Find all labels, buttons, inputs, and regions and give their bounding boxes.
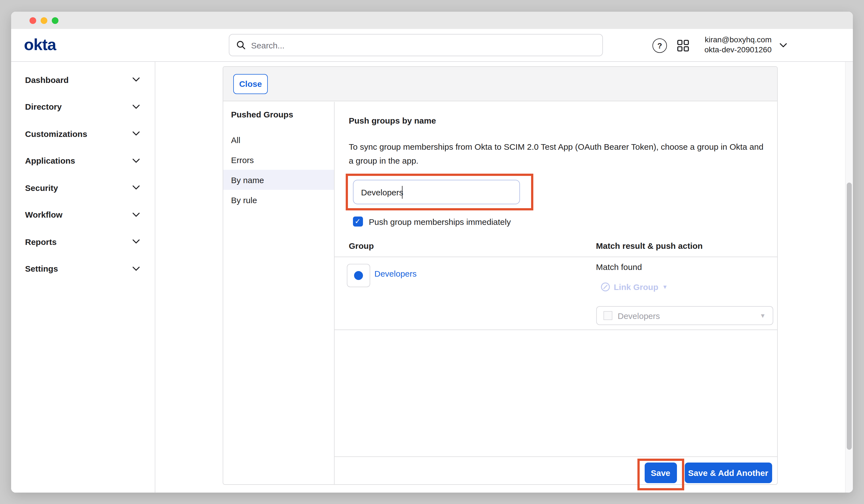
push-by-name-form: Push groups by name To sync group member…: [334, 102, 777, 484]
tab-all[interactable]: All: [223, 130, 334, 150]
push-immediately-row: Push group memberships immediately: [353, 217, 511, 227]
save-button[interactable]: Save: [644, 463, 677, 483]
close-button[interactable]: Close: [233, 74, 268, 94]
match-status: Match found: [596, 262, 642, 272]
account-email: kiran@boxyhq.com: [705, 35, 771, 45]
push-immediately-label: Push group memberships immediately: [369, 217, 511, 226]
window-zoom-button[interactable]: [52, 17, 58, 24]
select-chevron-icon: ▼: [760, 312, 766, 319]
group-name-input[interactable]: [353, 180, 520, 204]
account-menu[interactable]: kiran@boxyhq.com okta-dev-20901260: [705, 35, 771, 55]
group-icon: [354, 271, 363, 280]
sidebar-item-settings[interactable]: Settings: [11, 255, 155, 282]
scrollbar-track[interactable]: [845, 62, 853, 493]
sidebar-item-label: Settings: [25, 264, 58, 274]
sidebar-nav: Dashboard Directory Customizations Appli…: [11, 62, 155, 493]
text-cursor: [402, 185, 403, 199]
footer-divider: [334, 456, 777, 457]
table-header-divider: [334, 256, 777, 257]
app-group-selected-value: Developers: [618, 311, 754, 320]
link-group-label: Link Group: [614, 282, 658, 292]
link-icon: [600, 282, 610, 292]
app-header: okta ? kir: [11, 29, 853, 62]
tab-by-name[interactable]: By name: [223, 170, 334, 190]
chevron-down-icon: [132, 267, 140, 271]
scrollbar-thumb[interactable]: [847, 182, 851, 450]
sidebar-item-label: Reports: [25, 237, 57, 247]
sidebar-item-security[interactable]: Security: [11, 174, 155, 201]
app-group-select[interactable]: Developers ▼: [596, 306, 773, 325]
chevron-down-icon: [132, 132, 140, 136]
form-title: Push groups by name: [349, 116, 436, 125]
sidebar-item-label: Directory: [25, 102, 62, 111]
dialog-toolbar: Close: [223, 67, 777, 101]
chevron-down-icon: [132, 185, 140, 190]
pushed-groups-title: Pushed Groups: [231, 110, 334, 119]
window-minimize-button[interactable]: [41, 17, 47, 24]
tab-by-rule[interactable]: By rule: [223, 190, 334, 210]
account-org: okta-dev-20901260: [705, 45, 771, 55]
browser-window: okta ? kir: [11, 12, 853, 493]
okta-logo: okta: [24, 36, 56, 54]
global-search[interactable]: [229, 34, 603, 56]
sidebar-item-dashboard[interactable]: Dashboard: [11, 66, 155, 93]
chevron-down-icon: [132, 159, 140, 163]
window-close-button[interactable]: [29, 17, 36, 24]
push-immediately-checkbox[interactable]: [353, 217, 363, 227]
group-name-link[interactable]: Developers: [374, 269, 417, 278]
sidebar-item-workflow[interactable]: Workflow: [11, 201, 155, 228]
column-header-group: Group: [349, 241, 374, 251]
help-icon[interactable]: ?: [652, 38, 667, 52]
sidebar-item-label: Security: [25, 183, 58, 193]
search-icon: [236, 40, 246, 50]
tab-errors[interactable]: Errors: [223, 150, 334, 170]
screen: okta ? kir: [0, 0, 864, 504]
sidebar-item-directory[interactable]: Directory: [11, 93, 155, 120]
column-header-match-result: Match result & push action: [596, 241, 703, 251]
chevron-down-icon: [132, 240, 140, 244]
account-chevron-down-icon[interactable]: [779, 43, 787, 48]
window-titlebar: [11, 12, 853, 29]
chevron-down-icon: [132, 213, 140, 217]
save-add-another-button[interactable]: Save & Add Another: [684, 463, 772, 483]
apps-grid-icon[interactable]: [677, 39, 689, 51]
form-description: To sync group memberships from Okta to S…: [349, 140, 765, 168]
chevron-down-icon: [132, 77, 140, 82]
push-groups-dialog: Close Pushed Groups All Errors By name B…: [223, 66, 778, 484]
link-group-action[interactable]: Link Group ▼: [600, 282, 668, 292]
app-group-placeholder-icon: [603, 311, 612, 320]
table-row-divider: [334, 329, 777, 330]
search-input[interactable]: [251, 40, 596, 50]
sidebar-item-reports[interactable]: Reports: [11, 228, 155, 255]
group-avatar: [347, 264, 370, 287]
pushed-groups-nav: Pushed Groups All Errors By name By rule: [223, 102, 334, 484]
sidebar-item-label: Workflow: [25, 210, 62, 219]
sidebar-item-label: Customizations: [25, 129, 87, 139]
sidebar-item-customizations[interactable]: Customizations: [11, 120, 155, 147]
sidebar-item-label: Dashboard: [25, 75, 69, 85]
link-group-chevron-icon: ▼: [662, 284, 668, 290]
sidebar-item-applications[interactable]: Applications: [11, 147, 155, 174]
pushed-groups-tabs: All Errors By name By rule: [223, 130, 334, 210]
chevron-down-icon: [132, 105, 140, 109]
sidebar-item-label: Applications: [25, 156, 75, 166]
